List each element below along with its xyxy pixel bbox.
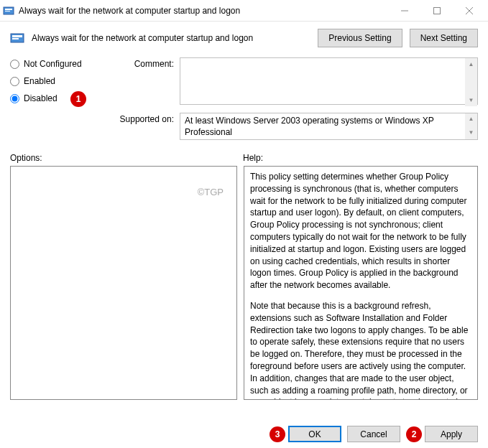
callout-2: 2 — [406, 426, 422, 442]
config-area: Not Configured Enabled Disabled 1 Commen… — [0, 53, 488, 146]
apply-button[interactable]: Apply — [425, 426, 478, 442]
radio-not-configured-label[interactable]: Not Configured — [24, 59, 82, 69]
radio-disabled-label[interactable]: Disabled — [24, 93, 57, 103]
supported-scrollbar[interactable]: ▲ ▼ — [465, 113, 477, 139]
cancel-button[interactable]: Cancel — [347, 426, 400, 442]
supported-text: At least Windows Server 2003 operating s… — [185, 116, 434, 137]
svg-rect-1 — [5, 9, 12, 10]
body-panes: ©TGP This policy setting determines whet… — [0, 166, 488, 400]
svg-rect-8 — [12, 35, 22, 37]
callout-3: 3 — [270, 426, 285, 442]
footer: 3 OK Cancel 2 Apply — [270, 426, 478, 442]
svg-rect-9 — [12, 38, 19, 39]
state-column: Not Configured Enabled Disabled 1 — [10, 57, 103, 146]
window-title: Always wait for the network at computer … — [19, 6, 388, 16]
supported-row: Supported on: At least Windows Server 20… — [116, 113, 478, 140]
options-label: Options: — [10, 153, 243, 163]
form-column: Comment: ▲ ▼ Supported on: At least Wind… — [116, 57, 478, 146]
radio-disabled[interactable]: Disabled 1 — [10, 93, 103, 103]
body-labels: Options: Help: — [0, 146, 488, 166]
scroll-up-icon[interactable]: ▲ — [465, 113, 477, 126]
svg-rect-2 — [5, 11, 10, 11]
maximize-button[interactable] — [420, 1, 453, 21]
callout-1: 1 — [70, 91, 86, 107]
ok-button[interactable]: OK — [288, 426, 341, 442]
comment-label: Comment: — [116, 57, 174, 107]
next-setting-button[interactable]: Next Setting — [410, 29, 478, 47]
minimize-button[interactable] — [388, 1, 420, 21]
header-row: Always wait for the network at computer … — [0, 22, 488, 53]
supported-label: Supported on: — [116, 113, 174, 140]
previous-setting-button[interactable]: Previous Setting — [318, 29, 402, 47]
radio-enabled[interactable]: Enabled — [10, 76, 103, 86]
radio-enabled-input[interactable] — [10, 77, 19, 86]
titlebar: Always wait for the network at computer … — [0, 0, 488, 22]
policy-icon — [10, 31, 24, 45]
help-pane[interactable]: This policy setting determines whether G… — [244, 166, 478, 400]
scroll-down-icon[interactable]: ▼ — [465, 127, 477, 139]
close-button[interactable] — [453, 1, 485, 21]
scroll-down-icon[interactable]: ▼ — [465, 94, 477, 106]
help-paragraph: Note that because this is a background r… — [250, 300, 473, 400]
help-paragraph: This policy setting determines whether G… — [250, 171, 473, 291]
radio-enabled-label[interactable]: Enabled — [24, 76, 55, 86]
scroll-up-icon[interactable]: ▲ — [465, 58, 477, 70]
help-label: Help: — [243, 153, 263, 163]
comment-row: Comment: ▲ ▼ — [116, 57, 478, 107]
comment-textarea[interactable] — [180, 57, 478, 105]
comment-scrollbar[interactable]: ▲ ▼ — [465, 58, 477, 106]
policy-title: Always wait for the network at computer … — [32, 33, 310, 43]
options-pane: ©TGP — [10, 166, 237, 400]
supported-box: At least Windows Server 2003 operating s… — [180, 113, 478, 140]
svg-rect-4 — [433, 7, 440, 14]
policy-icon — [3, 5, 14, 17]
radio-not-configured-input[interactable] — [10, 60, 19, 69]
radio-not-configured[interactable]: Not Configured — [10, 59, 103, 69]
watermark: ©TGP — [198, 187, 224, 197]
radio-disabled-input[interactable] — [10, 94, 19, 103]
